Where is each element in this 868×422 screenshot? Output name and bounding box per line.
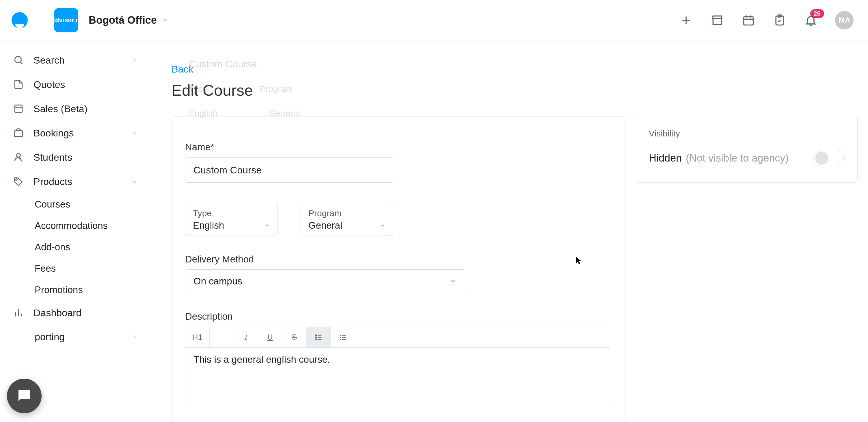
delivery-label: Delivery Method xyxy=(185,254,611,265)
svg-rect-10 xyxy=(15,105,22,112)
svg-point-14 xyxy=(16,179,17,180)
type-select[interactable]: Type English xyxy=(185,203,278,236)
rte-underline-button[interactable]: U xyxy=(258,327,282,347)
sidebar-item-reporting[interactable]: porting xyxy=(0,325,151,349)
visibility-toggle[interactable] xyxy=(813,150,845,166)
sidebar-item-label: Students xyxy=(33,152,72,163)
type-label: Type xyxy=(193,208,270,218)
page-title: Edit Course xyxy=(172,81,625,99)
rte-numbered-list-button[interactable] xyxy=(331,327,355,347)
office-name: Bogotá Office xyxy=(89,14,157,26)
chat-launcher[interactable] xyxy=(7,378,41,413)
bullet-list-icon xyxy=(315,333,323,341)
chevron-down-icon xyxy=(379,222,386,229)
name-input[interactable] xyxy=(185,157,393,183)
sidebar-item-label: porting xyxy=(35,331,65,342)
sidebar-item-label: Sales (Beta) xyxy=(33,103,88,114)
avatar-initials: MA xyxy=(839,16,850,25)
sidebar-item-bookings[interactable]: Bookings xyxy=(0,121,151,145)
chevron-down-icon xyxy=(264,222,270,229)
rte-italic-button[interactable]: I xyxy=(234,327,258,347)
notifications-button[interactable]: 26 xyxy=(804,13,818,27)
sidebar-subitem-courses[interactable]: Courses xyxy=(0,194,151,215)
app-logo-icon[interactable] xyxy=(11,12,28,28)
sidebar-subitem-promotions[interactable]: Promotions xyxy=(0,279,151,301)
svg-point-8 xyxy=(15,56,21,63)
svg-point-20 xyxy=(315,337,316,338)
user-avatar[interactable]: MA xyxy=(835,11,854,29)
back-link[interactable]: Back xyxy=(172,40,193,75)
visibility-panel: Visibility Hidden (Not visible to agency… xyxy=(636,116,858,183)
main-content: Custom Course TypeProgram EnglishGeneral… xyxy=(151,40,868,422)
description-label: Description xyxy=(185,311,611,322)
delivery-select[interactable]: On campus xyxy=(185,270,465,293)
sidebar-subitem-fees[interactable]: Fees xyxy=(0,258,151,279)
calendar-icon xyxy=(742,14,755,27)
sidebar-item-label: Dashboard xyxy=(33,307,82,318)
sidebar-item-sales[interactable]: Sales (Beta) xyxy=(0,96,151,121)
svg-point-22 xyxy=(315,339,316,340)
rte-toolbar: H1 I U S xyxy=(185,327,610,348)
chevron-down-icon xyxy=(131,178,138,185)
header-actions: 26 MA xyxy=(679,11,857,29)
svg-line-9 xyxy=(21,62,23,64)
name-label: Name* xyxy=(185,142,611,152)
briefcase-icon xyxy=(13,127,24,139)
chevron-down-icon xyxy=(161,17,168,24)
bar-chart-icon xyxy=(13,307,24,318)
program-label: Program xyxy=(308,208,385,218)
rte-bullet-list-button[interactable] xyxy=(307,327,331,347)
calendar-button[interactable] xyxy=(742,13,755,27)
divider xyxy=(45,13,45,27)
sidebar-item-search[interactable]: Search xyxy=(0,48,151,72)
sidebar-item-label: Search xyxy=(33,55,65,66)
course-form: Name* Type English Program General xyxy=(172,116,625,422)
program-select[interactable]: Program General xyxy=(301,203,393,236)
chevron-right-icon xyxy=(131,334,138,340)
chevron-down-icon xyxy=(449,278,456,285)
brand-tile[interactable]: Edvisor.io xyxy=(54,8,78,32)
sidebar-subitem-addons[interactable]: Add-ons xyxy=(0,236,151,258)
sidebar-item-label: Products xyxy=(33,176,72,187)
program-value: General xyxy=(308,220,385,231)
description-editor: H1 I U S This is a gener xyxy=(185,327,610,403)
rte-strike-button[interactable]: S xyxy=(282,327,307,347)
sidebar-item-label: Quotes xyxy=(33,79,65,90)
user-icon xyxy=(13,151,24,163)
rte-spacer xyxy=(210,327,234,347)
office-switcher[interactable]: Bogotá Office xyxy=(89,14,168,26)
notification-badge: 26 xyxy=(810,9,824,18)
storefront-icon xyxy=(711,14,724,27)
sidebar-item-quotes[interactable]: Quotes xyxy=(0,72,151,96)
svg-point-18 xyxy=(315,335,316,336)
svg-point-13 xyxy=(17,153,21,157)
marketplace-button[interactable] xyxy=(710,13,724,27)
tasks-button[interactable] xyxy=(773,13,786,27)
sidebar-item-products[interactable]: Products xyxy=(0,169,151,194)
chevron-right-icon xyxy=(131,130,138,136)
sidebar-item-students[interactable]: Students xyxy=(0,145,151,169)
clipboard-check-icon xyxy=(773,14,786,27)
sidebar: Search Quotes Sales (Beta) Bookings Stud… xyxy=(0,40,151,422)
chat-icon xyxy=(16,387,33,405)
add-button[interactable] xyxy=(679,13,693,27)
delivery-value: On campus xyxy=(193,276,242,287)
svg-rect-2 xyxy=(744,17,753,25)
visibility-title: Visibility xyxy=(649,129,845,138)
plus-icon xyxy=(680,14,692,27)
app-header: Edvisor.io Bogotá Office 26 MA xyxy=(0,0,868,40)
description-textarea[interactable]: This is a general english course. xyxy=(185,348,610,403)
visibility-state: Hidden xyxy=(649,152,682,164)
type-value: English xyxy=(193,220,270,231)
document-icon xyxy=(13,79,24,90)
rte-heading-button[interactable]: H1 xyxy=(185,327,210,347)
sidebar-subitem-accommodations[interactable]: Accommodations xyxy=(0,215,151,236)
svg-rect-12 xyxy=(14,131,23,137)
search-icon xyxy=(13,54,24,66)
chevron-right-icon xyxy=(131,57,138,64)
numbered-list-icon xyxy=(339,333,347,341)
sidebar-item-dashboard[interactable]: Dashboard xyxy=(0,301,151,325)
sales-icon xyxy=(13,103,24,114)
sidebar-item-label: Bookings xyxy=(33,128,74,139)
brand-name: Edvisor.io xyxy=(51,17,81,23)
